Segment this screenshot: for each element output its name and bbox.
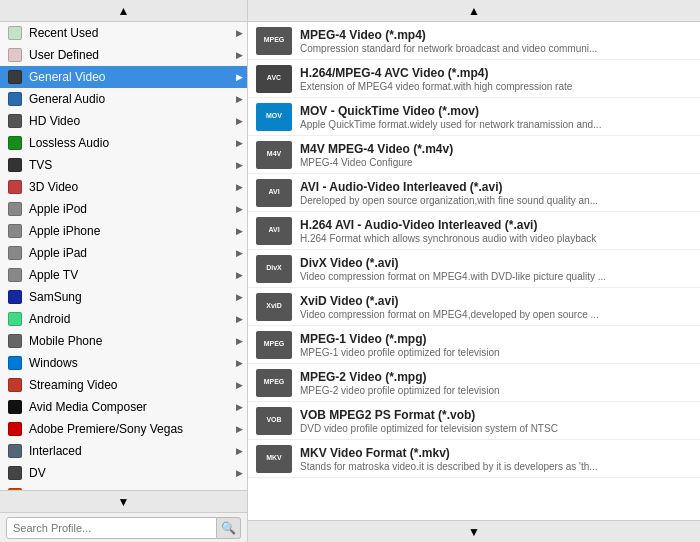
sidebar-item-android[interactable]: Android▶ <box>0 308 247 330</box>
sidebar-item-arrow-interlaced: ▶ <box>236 446 243 456</box>
sidebar-item-dv[interactable]: DV▶ <box>0 462 247 484</box>
search-button[interactable]: 🔍 <box>217 517 241 539</box>
mpeg2-desc: MPEG-2 video profile optimized for telev… <box>300 385 692 396</box>
sidebar-item-label-streaming-video: Streaming Video <box>29 378 234 392</box>
h264-avi-text: H.264 AVI - Audio-Video Interleaved (*.a… <box>300 218 692 244</box>
sidebar-item-windows[interactable]: Windows▶ <box>0 352 247 374</box>
sidebar-item-label-interlaced: Interlaced <box>29 444 234 458</box>
vob-format-icon: VOB <box>256 407 292 435</box>
right-list-item-mpeg2[interactable]: MPEGMPEG-2 Video (*.mpg)MPEG-2 video pro… <box>248 364 700 402</box>
right-list: MPEGMPEG-4 Video (*.mp4)Compression stan… <box>248 22 700 520</box>
sidebar-item-label-general-video: General Video <box>29 70 234 84</box>
sidebar-item-general-audio[interactable]: General Audio▶ <box>0 88 247 110</box>
avid-icon <box>6 398 24 416</box>
right-list-item-divx[interactable]: DivXDivX Video (*.avi)Video compression … <box>248 250 700 288</box>
h264-avi-title: H.264 AVI - Audio-Video Interleaved (*.a… <box>300 218 692 232</box>
android-icon <box>6 310 24 328</box>
sidebar-item-3d-video[interactable]: 3D Video▶ <box>0 176 247 198</box>
sidebar-item-label-apple-ipad: Apple iPad <box>29 246 234 260</box>
sidebar-item-label-adobe: Adobe Premiere/Sony Vegas <box>29 422 234 436</box>
mpeg2-text: MPEG-2 Video (*.mpg)MPEG-2 video profile… <box>300 370 692 396</box>
sidebar-item-user-defined[interactable]: User Defined▶ <box>0 44 247 66</box>
right-list-item-mov[interactable]: MOVMOV - QuickTime Video (*.mov)Apple Qu… <box>248 98 700 136</box>
right-scroll-down[interactable]: ▼ <box>248 520 700 542</box>
sidebar-item-arrow-mobile-phone: ▶ <box>236 336 243 346</box>
mov-format-icon: MOV <box>256 103 292 131</box>
sidebar-item-apple-ipod[interactable]: Apple iPod▶ <box>0 198 247 220</box>
left-list: Recent Used▶User Defined▶General Video▶G… <box>0 22 247 490</box>
samsung-icon <box>6 288 24 306</box>
sidebar-item-adobe[interactable]: Adobe Premiere/Sony Vegas▶ <box>0 418 247 440</box>
mkv-text: MKV Video Format (*.mkv)Stands for matro… <box>300 446 692 472</box>
mpeg4-desc: Compression standard for network broadca… <box>300 43 692 54</box>
sidebar-item-label-recent: Recent Used <box>29 26 234 40</box>
sidebar-item-arrow-tvs: ▶ <box>236 160 243 170</box>
sidebar-item-streaming-video[interactable]: Streaming Video▶ <box>0 374 247 396</box>
sidebar-item-arrow-lossless-audio: ▶ <box>236 138 243 148</box>
sidebar-item-arrow-hd-video: ▶ <box>236 116 243 126</box>
right-list-item-m4v[interactable]: M4VM4V MPEG-4 Video (*.m4v)MPEG-4 Video … <box>248 136 700 174</box>
mpeg1-desc: MPEG-1 video profile optimized for telev… <box>300 347 692 358</box>
search-input[interactable] <box>6 517 217 539</box>
m4v-title: M4V MPEG-4 Video (*.m4v) <box>300 142 692 156</box>
sidebar-item-label-hd-video: HD Video <box>29 114 234 128</box>
right-list-item-h264-avi[interactable]: AVIH.264 AVI - Audio-Video Interleaved (… <box>248 212 700 250</box>
sidebar-item-apple-iphone[interactable]: Apple iPhone▶ <box>0 220 247 242</box>
right-list-item-xvid[interactable]: XviDXviD Video (*.avi)Video compression … <box>248 288 700 326</box>
sidebar-item-powerpoint[interactable]: PowerPoint▶ <box>0 484 247 490</box>
sidebar-item-interlaced[interactable]: Interlaced▶ <box>0 440 247 462</box>
left-scroll-up[interactable]: ▲ <box>0 0 247 22</box>
divx-format-icon: DivX <box>256 255 292 283</box>
right-list-item-h264-mp4[interactable]: AVCH.264/MPEG-4 AVC Video (*.mp4)Extensi… <box>248 60 700 98</box>
sidebar-item-label-user-defined: User Defined <box>29 48 234 62</box>
sidebar-item-general-video[interactable]: General Video▶ <box>0 66 247 88</box>
sidebar-item-label-apple-ipod: Apple iPod <box>29 202 234 216</box>
vob-title: VOB MPEG2 PS Format (*.vob) <box>300 408 692 422</box>
h264-mp4-desc: Extension of MPEG4 video format.with hig… <box>300 81 692 92</box>
sidebar-item-arrow-apple-ipad: ▶ <box>236 248 243 258</box>
recent-icon <box>6 24 24 42</box>
vob-text: VOB MPEG2 PS Format (*.vob)DVD video pro… <box>300 408 692 434</box>
h264-avi-format-icon: AVI <box>256 217 292 245</box>
mov-desc: Apple QuickTime format.widely used for n… <box>300 119 692 130</box>
divx-title: DivX Video (*.avi) <box>300 256 692 270</box>
right-list-item-mpeg4[interactable]: MPEGMPEG-4 Video (*.mp4)Compression stan… <box>248 22 700 60</box>
h264-mp4-text: H.264/MPEG-4 AVC Video (*.mp4)Extension … <box>300 66 692 92</box>
search-row: 🔍 <box>0 512 247 542</box>
sidebar-item-label-dv: DV <box>29 466 234 480</box>
right-scroll-up[interactable]: ▲ <box>248 0 700 22</box>
vob-desc: DVD video profile optimized for televisi… <box>300 423 692 434</box>
sidebar-item-lossless-audio[interactable]: Lossless Audio▶ <box>0 132 247 154</box>
avi-format-icon: AVI <box>256 179 292 207</box>
left-scroll-down[interactable]: ▼ <box>0 490 247 512</box>
main-container: ▲ Recent Used▶User Defined▶General Video… <box>0 0 700 542</box>
m4v-desc: MPEG-4 Video Configure <box>300 157 692 168</box>
sidebar-item-label-general-audio: General Audio <box>29 92 234 106</box>
sidebar-item-arrow-recent: ▶ <box>236 28 243 38</box>
right-list-item-avi[interactable]: AVIAVI - Audio-Video Interleaved (*.avi)… <box>248 174 700 212</box>
sidebar-item-arrow-apple-iphone: ▶ <box>236 226 243 236</box>
sidebar-item-tvs[interactable]: TVS▶ <box>0 154 247 176</box>
sidebar-item-label-tvs: TVS <box>29 158 234 172</box>
xvid-text: XviD Video (*.avi)Video compression form… <box>300 294 692 320</box>
mov-title: MOV - QuickTime Video (*.mov) <box>300 104 692 118</box>
m4v-text: M4V MPEG-4 Video (*.m4v)MPEG-4 Video Con… <box>300 142 692 168</box>
sidebar-item-recent[interactable]: Recent Used▶ <box>0 22 247 44</box>
sidebar-item-arrow-general-video: ▶ <box>236 72 243 82</box>
mpeg1-title: MPEG-1 Video (*.mpg) <box>300 332 692 346</box>
sidebar-item-arrow-windows: ▶ <box>236 358 243 368</box>
sidebar-item-arrow-user-defined: ▶ <box>236 50 243 60</box>
right-list-item-mkv[interactable]: MKVMKV Video Format (*.mkv)Stands for ma… <box>248 440 700 478</box>
sidebar-item-apple-tv[interactable]: Apple TV▶ <box>0 264 247 286</box>
sidebar-item-apple-ipad[interactable]: Apple iPad▶ <box>0 242 247 264</box>
right-list-item-mpeg1[interactable]: MPEGMPEG-1 Video (*.mpg)MPEG-1 video pro… <box>248 326 700 364</box>
general-video-icon <box>6 68 24 86</box>
sidebar-item-label-samsung: SamSung <box>29 290 234 304</box>
sidebar-item-avid[interactable]: Avid Media Composer▶ <box>0 396 247 418</box>
sidebar-item-mobile-phone[interactable]: Mobile Phone▶ <box>0 330 247 352</box>
sidebar-item-hd-video[interactable]: HD Video▶ <box>0 110 247 132</box>
sidebar-item-samsung[interactable]: SamSung▶ <box>0 286 247 308</box>
right-list-item-vob[interactable]: VOBVOB MPEG2 PS Format (*.vob)DVD video … <box>248 402 700 440</box>
sidebar-item-arrow-dv: ▶ <box>236 468 243 478</box>
apple-tv-icon <box>6 266 24 284</box>
